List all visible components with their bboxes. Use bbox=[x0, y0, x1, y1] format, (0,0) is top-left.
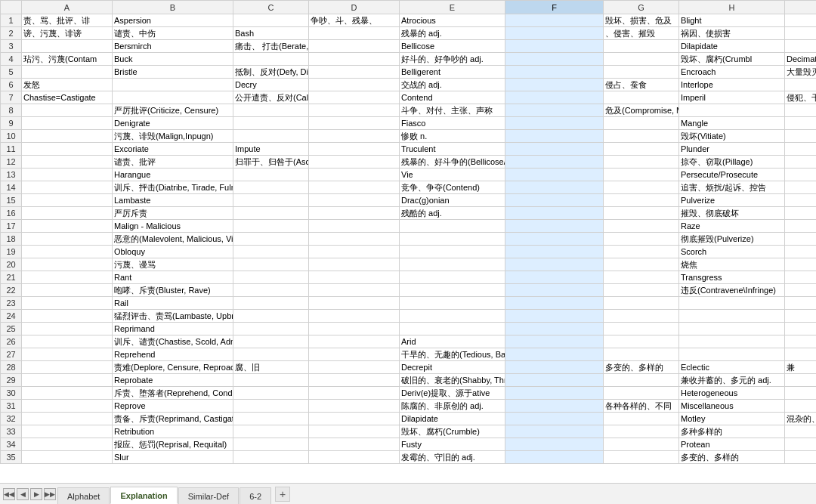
cell[interactable] bbox=[505, 79, 604, 91]
cell[interactable]: 残暴的 adj. bbox=[400, 27, 505, 40]
cell[interactable] bbox=[604, 413, 679, 425]
cell[interactable] bbox=[22, 143, 113, 156]
cell[interactable] bbox=[113, 91, 233, 104]
cell[interactable] bbox=[400, 297, 505, 310]
cell[interactable]: 祸因、使损害 bbox=[679, 27, 785, 40]
cell[interactable]: 归罪于、归咎于(Ascribe) bbox=[233, 156, 309, 169]
cell[interactable] bbox=[22, 361, 113, 374]
cell[interactable] bbox=[785, 438, 817, 451]
cell[interactable] bbox=[309, 451, 400, 464]
cell[interactable] bbox=[785, 143, 817, 156]
cell[interactable] bbox=[309, 66, 400, 79]
cell[interactable]: Bersmirch bbox=[113, 40, 233, 53]
cell[interactable] bbox=[505, 194, 604, 207]
cell[interactable]: 干旱的、无趣的(Tedious, Banal) bbox=[400, 348, 505, 361]
sheet-tab-similar-def[interactable]: Similar-Def bbox=[178, 487, 239, 504]
cell[interactable]: 多种多样的 bbox=[679, 425, 785, 438]
cell[interactable] bbox=[785, 207, 817, 220]
cell[interactable] bbox=[309, 323, 400, 335]
cell[interactable]: 大量毁灭(Demolish, R bbox=[785, 66, 817, 79]
cell[interactable] bbox=[785, 374, 817, 387]
cell[interactable] bbox=[22, 348, 113, 361]
cell[interactable]: Buck bbox=[113, 53, 233, 66]
col-header-g[interactable]: G bbox=[604, 1, 679, 14]
cell[interactable] bbox=[113, 79, 233, 91]
cell[interactable]: Interlope bbox=[679, 79, 785, 91]
cell[interactable]: Eclectic bbox=[679, 361, 785, 374]
cell[interactable] bbox=[233, 271, 309, 284]
cell[interactable]: 摧毁、彻底破坏 bbox=[679, 207, 785, 220]
tab-nav-prev[interactable]: ◀ bbox=[17, 488, 29, 500]
cell[interactable] bbox=[785, 425, 817, 438]
sheet-tab-explanation[interactable]: Explanation bbox=[110, 487, 177, 504]
cell[interactable] bbox=[233, 258, 309, 271]
cell[interactable] bbox=[22, 181, 113, 194]
cell[interactable]: 侵占、蚕食 bbox=[604, 79, 679, 91]
cell[interactable] bbox=[22, 130, 113, 143]
cell[interactable] bbox=[785, 181, 817, 194]
cell[interactable]: Vie bbox=[400, 169, 505, 181]
cell[interactable] bbox=[505, 169, 604, 181]
cell[interactable] bbox=[233, 387, 309, 400]
cell[interactable] bbox=[505, 451, 604, 464]
cell[interactable] bbox=[233, 297, 309, 310]
cell[interactable]: Imperil bbox=[679, 91, 785, 104]
cell[interactable] bbox=[505, 181, 604, 194]
cell[interactable]: Atrocious bbox=[400, 14, 505, 27]
col-header-a[interactable]: A bbox=[22, 1, 113, 14]
col-header-f[interactable]: F bbox=[505, 1, 604, 14]
cell[interactable] bbox=[679, 310, 785, 323]
cell[interactable] bbox=[604, 258, 679, 271]
cell[interactable] bbox=[309, 425, 400, 438]
cell[interactable]: 毁坏、损害、危及 bbox=[604, 14, 679, 27]
cell[interactable]: Obloquy bbox=[113, 246, 233, 258]
cell[interactable]: Denigrate bbox=[113, 117, 233, 130]
cell[interactable]: 严厉批评(Criticize, Censure) bbox=[113, 104, 233, 117]
cell[interactable] bbox=[309, 310, 400, 323]
cell[interactable]: Raze bbox=[679, 220, 785, 233]
cell[interactable] bbox=[22, 438, 113, 451]
cell[interactable] bbox=[22, 297, 113, 310]
cell[interactable] bbox=[604, 438, 679, 451]
cell[interactable] bbox=[233, 233, 309, 246]
cell[interactable]: 多变的、多样的 bbox=[604, 361, 679, 374]
cell[interactable] bbox=[505, 271, 604, 284]
cell[interactable] bbox=[505, 207, 604, 220]
cell[interactable]: Decry bbox=[233, 79, 309, 91]
cell[interactable]: Scorch bbox=[679, 246, 785, 258]
cell[interactable] bbox=[309, 413, 400, 425]
col-header-e[interactable]: E bbox=[400, 1, 505, 14]
cell[interactable]: 谤、污蔑、诽谤 bbox=[22, 27, 113, 40]
cell[interactable]: 陈腐的、非原创的 adj. bbox=[400, 400, 505, 413]
cell[interactable] bbox=[785, 104, 817, 117]
cell[interactable] bbox=[785, 79, 817, 91]
cell[interactable] bbox=[785, 451, 817, 464]
cell[interactable] bbox=[785, 117, 817, 130]
cell[interactable] bbox=[505, 348, 604, 361]
cell[interactable]: 竞争、争夺(Contend) bbox=[400, 181, 505, 194]
cell[interactable]: 、侵害、摧毁 bbox=[604, 27, 679, 40]
cell[interactable] bbox=[505, 104, 604, 117]
col-header-i[interactable]: I bbox=[785, 1, 817, 14]
cell[interactable] bbox=[309, 207, 400, 220]
cell[interactable]: 发怒 bbox=[22, 79, 113, 91]
cell[interactable] bbox=[604, 220, 679, 233]
sheet-tab-alphabet[interactable]: Alphabet bbox=[57, 487, 110, 504]
cell[interactable]: 残酷的 adj. bbox=[400, 207, 505, 220]
cell[interactable]: Malign - Malicious bbox=[113, 220, 233, 233]
cell[interactable] bbox=[505, 156, 604, 169]
cell[interactable] bbox=[505, 233, 604, 246]
cell[interactable]: 责备、斥责(Reprimand, Castigate) bbox=[113, 413, 233, 425]
cell[interactable]: 混杂的、多种多样的 bbox=[785, 413, 817, 425]
cell[interactable] bbox=[505, 323, 604, 335]
cell[interactable] bbox=[785, 246, 817, 258]
cell[interactable]: Pulverize bbox=[679, 194, 785, 207]
cell[interactable] bbox=[604, 297, 679, 310]
cell[interactable] bbox=[233, 284, 309, 297]
cell[interactable]: Arid bbox=[400, 335, 505, 348]
cell[interactable] bbox=[785, 400, 817, 413]
cell[interactable] bbox=[233, 246, 309, 258]
cell[interactable] bbox=[679, 323, 785, 335]
cell[interactable] bbox=[505, 335, 604, 348]
cell[interactable]: Protean bbox=[679, 438, 785, 451]
